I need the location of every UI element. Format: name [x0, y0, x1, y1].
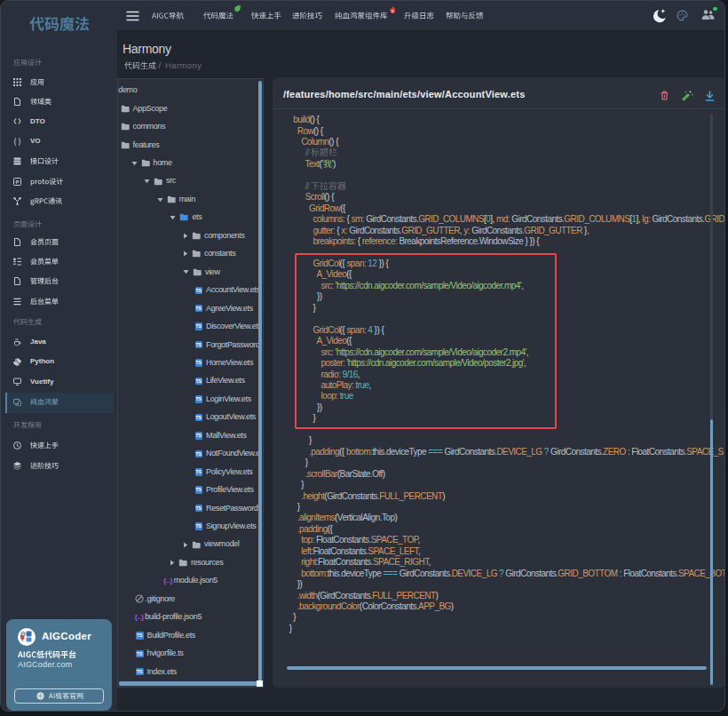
svg-text:P: P	[15, 179, 19, 184]
